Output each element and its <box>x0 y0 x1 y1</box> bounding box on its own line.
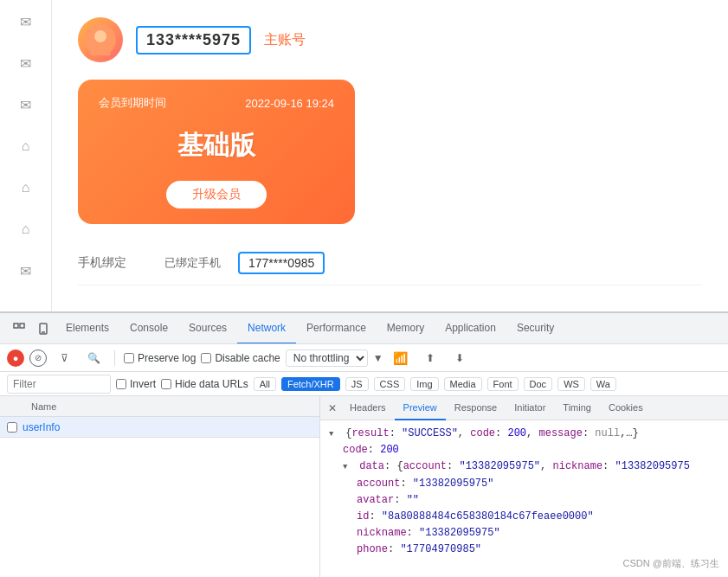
svg-point-1 <box>94 30 106 42</box>
wifi-icon[interactable]: 📶 <box>389 346 413 370</box>
devtools-device-icon[interactable] <box>31 317 55 341</box>
filter-fetch-xhr[interactable]: Fetch/XHR <box>281 377 340 391</box>
avatar <box>78 17 123 62</box>
main-account-label: 主账号 <box>264 31 306 49</box>
filter-bar: Invert Hide data URLs All Fetch/XHR JS C… <box>0 372 728 396</box>
sidebar-icon-2[interactable]: ✉ <box>13 50 39 76</box>
expiry-date: 2022-09-16 19:24 <box>245 97 334 110</box>
filter-all[interactable]: All <box>254 377 276 391</box>
request-name-userinfo: userInfo <box>23 421 60 433</box>
filter-img[interactable]: Img <box>410 377 438 391</box>
header-name: Name <box>31 401 312 412</box>
user-header: 133****5975 主账号 <box>78 17 702 62</box>
filter-js[interactable]: JS <box>345 377 369 391</box>
json-line-5: avatar: "" <box>329 492 719 509</box>
sidebar-icon-1[interactable]: ✉ <box>13 9 39 35</box>
request-row-userinfo[interactable]: userInfo <box>0 417 319 438</box>
invert-checkbox[interactable]: Invert <box>116 378 156 390</box>
preview-tab-cookies[interactable]: Cookies <box>600 396 652 420</box>
filter-wa[interactable]: Wa <box>590 377 616 391</box>
network-body: Name userInfo ✕ Headers Preview Response… <box>0 396 728 577</box>
preview-tab-preview[interactable]: Preview <box>395 396 446 420</box>
upgrade-button[interactable]: 升级会员 <box>166 181 267 208</box>
record-button[interactable]: ● <box>7 349 24 367</box>
filter-doc[interactable]: Doc <box>524 377 553 391</box>
search-icon[interactable]: 🔍 <box>81 346 106 370</box>
binding-label: 手机绑定 <box>78 255 147 271</box>
json-line-4: account: "13382095975" <box>329 476 719 492</box>
json-line-8: phone: "17704970985" <box>329 542 719 558</box>
tab-network[interactable]: Network <box>237 313 296 344</box>
preview-close-button[interactable]: ✕ <box>324 400 341 417</box>
request-list-panel: Name userInfo <box>0 396 320 577</box>
csdn-watermark: CSDN @前端、练习生 <box>623 557 719 570</box>
download-icon[interactable]: ⬇ <box>448 346 472 370</box>
filter-media[interactable]: Media <box>444 377 482 391</box>
preview-content: {result: "SUCCESS", code: 200, message: … <box>320 420 728 577</box>
preview-tab-headers[interactable]: Headers <box>341 396 395 420</box>
devtools-inspect-icon[interactable] <box>7 317 31 341</box>
filter-font[interactable]: Font <box>487 377 519 391</box>
sidebar-icon-6[interactable]: ⌂ <box>13 216 39 242</box>
main-content: 133****5975 主账号 会员到期时间 2022-09-16 19:24 … <box>52 0 728 311</box>
sidebar-icon-5[interactable]: ⌂ <box>13 175 39 201</box>
phone-binding-row: 手机绑定 已绑定手机 177****0985 <box>78 241 702 285</box>
tab-elements[interactable]: Elements <box>55 313 119 344</box>
preserve-log-checkbox[interactable]: Preserve log <box>124 352 196 364</box>
svg-rect-3 <box>14 324 18 328</box>
json-line-3: data: {account: "13382095975", nickname:… <box>329 458 719 475</box>
tab-console[interactable]: Console <box>119 313 178 344</box>
separator-1 <box>114 350 115 366</box>
sidebar: ✉ ✉ ✉ ⌂ ⌂ ⌂ ✉ <box>0 0 52 311</box>
json-line-6: id: "8a80888484c658380184c67feaee0000" <box>329 509 719 525</box>
upload-icon[interactable]: ⬆ <box>418 346 442 370</box>
tab-application[interactable]: Application <box>435 313 506 344</box>
tab-performance[interactable]: Performance <box>296 313 377 344</box>
tab-security[interactable]: Security <box>506 313 564 344</box>
json-line-1: {result: "SUCCESS", code: 200, message: … <box>329 426 719 442</box>
preview-tab-initiator[interactable]: Initiator <box>506 396 554 420</box>
preview-tab-response[interactable]: Response <box>446 396 506 420</box>
preview-tabs-bar: ✕ Headers Preview Response Initiator Tim… <box>320 396 728 420</box>
member-card-header: 会员到期时间 2022-09-16 19:24 <box>99 95 334 111</box>
preview-panel: ✕ Headers Preview Response Initiator Tim… <box>320 396 728 577</box>
svg-rect-4 <box>20 324 24 328</box>
filter-css[interactable]: CSS <box>374 377 406 391</box>
request-list-header: Name <box>0 396 319 417</box>
filter-input[interactable] <box>7 375 111 394</box>
filter-icon[interactable]: ⊽ <box>52 346 76 370</box>
plan-name: 基础版 <box>99 128 334 163</box>
preview-tab-timing[interactable]: Timing <box>554 396 600 420</box>
user-phone-display: 133****5975 <box>136 26 251 54</box>
devtools-tabs-bar: Elements Console Sources Network Perform… <box>0 313 728 344</box>
json-line-2: code: 200 <box>329 442 719 458</box>
sidebar-icon-3[interactable]: ✉ <box>13 92 39 118</box>
devtools-panel: Elements Console Sources Network Perform… <box>0 311 728 577</box>
throttle-select[interactable]: No throttling <box>286 349 368 367</box>
avatar-image <box>78 17 123 62</box>
disable-cache-checkbox[interactable]: Disable cache <box>201 352 280 364</box>
sidebar-icon-7[interactable]: ✉ <box>13 258 39 284</box>
member-card: 会员到期时间 2022-09-16 19:24 基础版 升级会员 <box>78 80 355 224</box>
sidebar-icon-4[interactable]: ⌂ <box>13 133 39 159</box>
bound-phone-display: 177****0985 <box>238 252 325 274</box>
tab-sources[interactable]: Sources <box>178 313 237 344</box>
filter-ws[interactable]: WS <box>557 377 585 391</box>
request-checkbox[interactable] <box>7 422 17 433</box>
devtools-toolbar: ● ⊘ ⊽ 🔍 Preserve log Disable cache No th… <box>0 344 728 372</box>
tab-memory[interactable]: Memory <box>377 313 435 344</box>
expiry-label: 会员到期时间 <box>99 95 166 111</box>
json-line-7: nickname: "13382095975" <box>329 525 719 542</box>
stop-button[interactable]: ⊘ <box>29 349 47 367</box>
hide-data-urls-checkbox[interactable]: Hide data URLs <box>161 378 248 390</box>
binding-prefix: 已绑定手机 <box>164 255 221 271</box>
